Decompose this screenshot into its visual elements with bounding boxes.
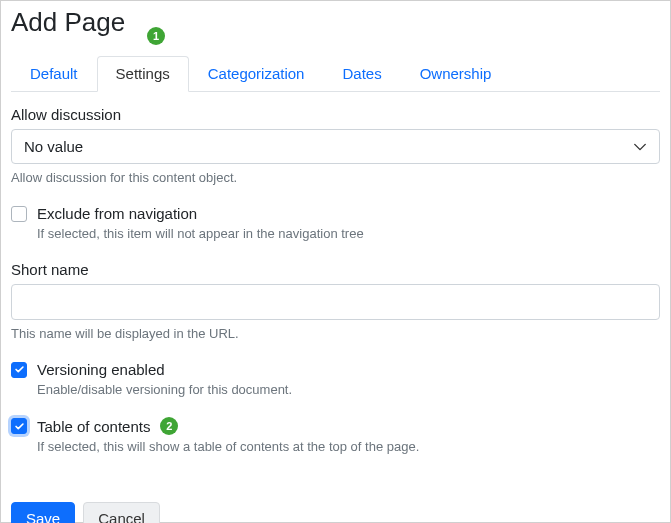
short-name-input[interactable] [11,284,660,320]
tab-dates[interactable]: Dates [323,56,400,92]
tab-settings[interactable]: Settings [97,56,189,92]
allow-discussion-help: Allow discussion for this content object… [11,170,660,185]
toc-checkbox[interactable] [11,418,27,434]
tab-bar: Default Settings Categorization Dates Ow… [11,56,660,92]
allow-discussion-select[interactable]: No value [11,129,660,164]
tab-ownership[interactable]: Ownership [401,56,511,92]
exclude-nav-checkbox[interactable] [11,206,27,222]
toc-label: Table of contents [37,418,150,435]
save-button[interactable]: Save [11,502,75,523]
exclude-nav-label: Exclude from navigation [37,205,197,222]
tab-default[interactable]: Default [11,56,97,92]
allow-discussion-value: No value [24,138,83,155]
tab-categorization[interactable]: Categorization [189,56,324,92]
toc-help: If selected, this will show a table of c… [37,439,660,454]
chevron-down-icon [633,140,647,154]
exclude-nav-help: If selected, this item will not appear i… [37,226,660,241]
short-name-help: This name will be displayed in the URL. [11,326,660,341]
short-name-label: Short name [11,261,660,278]
annotation-badge-2: 2 [160,417,178,435]
allow-discussion-label: Allow discussion [11,106,660,123]
versioning-label: Versioning enabled [37,361,165,378]
annotation-badge-1: 1 [147,27,165,45]
page-title: Add Page [11,7,660,38]
cancel-button[interactable]: Cancel [83,502,160,523]
versioning-checkbox[interactable] [11,362,27,378]
add-page-form: Add Page 1 Default Settings Categorizati… [0,0,671,523]
versioning-help: Enable/disable versioning for this docum… [37,382,660,397]
